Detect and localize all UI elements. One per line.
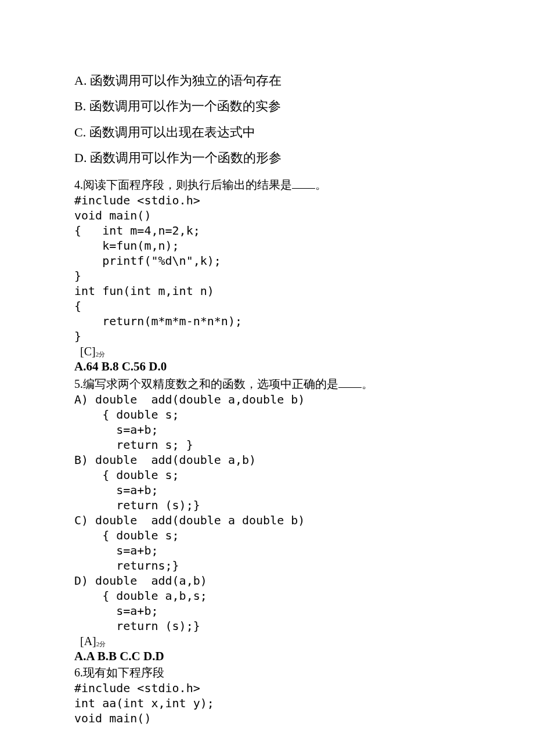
q5-line-2: s=a+b; <box>74 423 534 437</box>
q4-code-0: #include <stdio.h> <box>74 193 534 207</box>
q5-line-12: D) double add(a,b) <box>74 574 534 588</box>
q5-line-15: return (s);} <box>74 619 534 633</box>
q5-answer-points: 2分 <box>96 640 106 647</box>
q4-code-9: } <box>74 329 534 343</box>
q4-stem: 4.阅读下面程序段，则执行后输出的结果是。 <box>74 177 534 192</box>
q5-line-9: { double s; <box>74 528 534 542</box>
q5-line-5: { double s; <box>74 468 534 482</box>
q4-choices: A.64 B.8 C.56 D.0 <box>74 359 534 374</box>
q5-answer: [A]2分 <box>74 634 534 648</box>
q5-line-4: B) double add(double a,b) <box>74 453 534 467</box>
q5-line-10: s=a+b; <box>74 543 534 557</box>
q3-option-c: C. 函数调用可以出现在表达式中 <box>74 125 534 140</box>
blank <box>338 376 362 388</box>
q3-option-d: D. 函数调用可以作为一个函数的形参 <box>74 150 534 165</box>
q4-code-7: { <box>74 299 534 313</box>
q5-line-13: { double a,b,s; <box>74 589 534 603</box>
q3-option-a: A. 函数调用可以作为独立的语句存在 <box>74 73 534 88</box>
q4-code-5: } <box>74 269 534 283</box>
q5-stem: 5.编写求两个双精度数之和的函数，选项中正确的是。 <box>74 376 534 391</box>
q5-line-6: s=a+b; <box>74 483 534 497</box>
q6-code-2: void main() <box>74 711 534 725</box>
q5-line-14: s=a+b; <box>74 604 534 618</box>
q4-answer-label: [C] <box>80 345 96 358</box>
q4-code-2: { int m=4,n=2,k; <box>74 224 534 237</box>
q6-stem: 6.现有如下程序段 <box>74 665 534 679</box>
q6-code-1: int aa(int x,int y); <box>74 696 534 710</box>
q5-stem-pre: 5.编写求两个双精度数之和的函数，选项中正确的是 <box>74 377 338 390</box>
q4-answer: [C]2分 <box>74 344 534 358</box>
q5-line-8: C) double add(double a double b) <box>74 513 534 527</box>
q4-code-4: printf("%d\n",k); <box>74 254 534 268</box>
q5-answer-label: [A] <box>80 635 96 647</box>
q4-stem-pre: 4.阅读下面程序段，则执行后输出的结果是 <box>74 178 292 191</box>
q4-code-3: k=fun(m,n); <box>74 239 534 253</box>
q5-choices: A.A B.B C.C D.D <box>74 649 534 664</box>
q6-code-0: #include <stdio.h> <box>74 681 534 695</box>
q5-line-7: return (s);} <box>74 498 534 512</box>
blank <box>292 177 315 189</box>
q4-code-1: void main() <box>74 208 534 222</box>
q4-code-6: int fun(int m,int n) <box>74 284 534 298</box>
q4-answer-points: 2分 <box>96 351 106 358</box>
q5-line-3: return s; } <box>74 438 534 452</box>
q3-option-b: B. 函数调用可以作为一个函数的实参 <box>74 99 534 114</box>
q5-line-0: A) double add(double a,double b) <box>74 393 534 406</box>
q5-line-1: { double s; <box>74 408 534 422</box>
q4-code-8: return(m*m*m-n*n*n); <box>74 314 534 328</box>
q4-stem-post: 。 <box>315 178 327 191</box>
q5-stem-post: 。 <box>362 377 373 390</box>
q5-line-11: returns;} <box>74 559 534 573</box>
